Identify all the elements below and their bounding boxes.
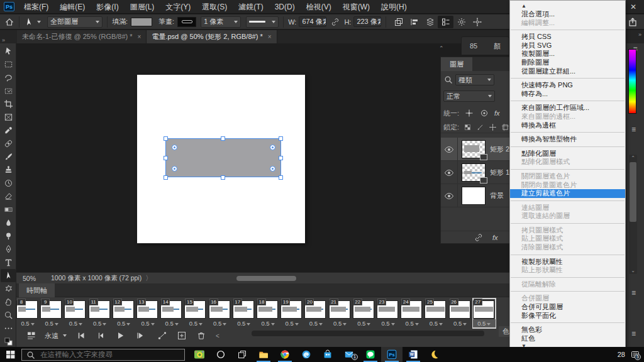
context-menu-item-19[interactable]: 點陣化圖層: [510, 150, 625, 158]
chrome[interactable]: [274, 347, 296, 362]
animation-frame-20[interactable]: 200.5: [304, 299, 327, 328]
menu-6[interactable]: 選取(S): [196, 3, 233, 11]
menu-11[interactable]: 說明(H): [375, 3, 413, 11]
layers-panel-scrollbar[interactable]: ⌃ ⌄: [629, 155, 637, 274]
animation-frame-9[interactable]: 90.5: [40, 299, 63, 328]
context-menu-item-1[interactable]: 混合選項...: [510, 10, 625, 19]
hue-slider[interactable]: [628, 49, 636, 114]
gear-icon[interactable]: [453, 16, 469, 28]
animation-frame-19[interactable]: 190.5: [280, 299, 303, 328]
context-menu-item-13[interactable]: 來自圖層的工作區域...: [510, 104, 625, 112]
search-input[interactable]: [39, 350, 177, 359]
frame-duration[interactable]: 0.5: [160, 319, 183, 327]
object-selection-tool[interactable]: [1, 84, 16, 97]
lock-pixels-icon[interactable]: [472, 123, 484, 132]
shape-tool[interactable]: [1, 282, 16, 295]
timeline-collapse-arrow[interactable]: <: [216, 332, 219, 339]
context-menu-item-43[interactable]: 紅色: [510, 334, 625, 343]
filter-type-dropdown[interactable]: 種類: [455, 74, 494, 85]
move-tool[interactable]: [1, 45, 16, 58]
dodge-tool[interactable]: [1, 229, 16, 243]
healing-brush-tool[interactable]: [1, 137, 16, 150]
frame-duration[interactable]: 0.5: [257, 319, 279, 327]
stroke-color-swatch[interactable]: [177, 17, 196, 27]
pen-tool[interactable]: [1, 243, 16, 256]
zoom-level[interactable]: 50%: [23, 275, 36, 282]
menu-2[interactable]: 編輯(E): [54, 3, 91, 11]
blend-mode-dropdown[interactable]: 正常: [443, 90, 495, 102]
timeline-menu-icon[interactable]: ≡: [631, 288, 636, 297]
frame-duration[interactable]: 0.5: [89, 319, 111, 327]
context-menu-item-7[interactable]: 刪除圖層: [510, 58, 625, 67]
task-view-button[interactable]: [231, 347, 253, 362]
menu-7[interactable]: 濾鏡(T): [233, 3, 269, 11]
frame-duration[interactable]: 0.5: [209, 319, 231, 327]
move-tool-preset-icon[interactable]: [24, 17, 34, 27]
transform-handle[interactable]: [221, 175, 225, 180]
widget[interactable]: [189, 347, 210, 362]
corner-radius-handle[interactable]: [172, 145, 177, 150]
color-panel-tab[interactable]: 顏: [494, 41, 501, 51]
word[interactable]: W: [402, 347, 424, 362]
crop-tool[interactable]: [1, 97, 16, 111]
lock-position-icon[interactable]: [484, 123, 497, 132]
frame-duration[interactable]: 0.5: [233, 319, 255, 327]
align-icon[interactable]: [406, 16, 422, 28]
panel-menu-icon[interactable]: ≡: [631, 125, 636, 134]
frame-duration[interactable]: 0.5: [353, 319, 375, 327]
menu-9[interactable]: 檢視(V): [301, 3, 337, 11]
shape-operations-icon[interactable]: [391, 16, 406, 28]
width-field[interactable]: 674 像素: [299, 16, 326, 27]
animation-frame-24[interactable]: 240.5: [401, 299, 423, 328]
frame-duration[interactable]: 0.5: [113, 319, 135, 327]
panel-collapse-chevrons[interactable]: »: [638, 31, 641, 38]
frame-layout-icon[interactable]: [23, 329, 39, 342]
layer-thumbnail[interactable]: [462, 187, 486, 205]
context-menu-item-39[interactable]: 合併可見圖層: [510, 303, 625, 312]
menu-10[interactable]: 視窗(W): [337, 3, 375, 11]
animation-frame-14[interactable]: 140.5: [160, 299, 183, 328]
layer-visibility-eye-icon[interactable]: [441, 161, 458, 184]
transform-handle[interactable]: [279, 136, 283, 141]
transform-handle[interactable]: [279, 156, 283, 160]
document-tab-1[interactable]: 未命名-1-已修復 @ 25% (RGB/8#) *×: [17, 30, 147, 43]
transform-controls-icon[interactable]: [469, 16, 485, 28]
type-tool[interactable]: [1, 256, 16, 269]
layer-visibility-eye-icon[interactable]: [441, 138, 458, 161]
edge[interactable]: [296, 347, 317, 362]
layers-panel-tab[interactable]: 圖層: [441, 57, 472, 71]
select-scope-dropdown[interactable]: 全部圖層: [47, 16, 103, 28]
menu-scroll-arrow[interactable]: ▲: [510, 3, 625, 10]
animation-frame-11[interactable]: 110.5: [89, 299, 111, 328]
context-menu-item-8[interactable]: 從圖層建立群組...: [510, 67, 625, 76]
edit-toolbar[interactable]: [1, 322, 16, 335]
night-light[interactable]: [424, 347, 445, 362]
frame-duration[interactable]: 0.5: [473, 319, 496, 327]
context-menu-item-5[interactable]: 拷貝 SVG: [510, 41, 625, 50]
animation-frame-18[interactable]: 180.5: [257, 299, 279, 328]
context-menu-item-6[interactable]: 複製圖層...: [510, 50, 625, 58]
lasso-tool[interactable]: [1, 71, 16, 84]
scroll-up-arrow[interactable]: ⌃: [629, 155, 637, 161]
menu-8[interactable]: 3D(D): [269, 3, 301, 11]
animation-frame-22[interactable]: 220.5: [353, 299, 375, 328]
tab-close-icon[interactable]: ×: [138, 33, 142, 40]
tween-icon[interactable]: [154, 329, 170, 342]
selected-shape-rectangle[interactable]: [165, 138, 281, 177]
layer-thumbnail[interactable]: [462, 140, 486, 158]
scroll-down-arrow[interactable]: ⌄: [629, 268, 637, 273]
unify-visibility-icon[interactable]: [479, 108, 489, 118]
transform-handle[interactable]: [164, 136, 168, 141]
lock-artboard-icon[interactable]: [497, 123, 509, 132]
frame-duration[interactable]: 0.5: [280, 319, 303, 327]
history-brush-tool[interactable]: [1, 177, 16, 190]
zoom-tool[interactable]: [1, 309, 16, 322]
weather-temperature[interactable]: 28: [618, 351, 625, 358]
photoshop[interactable]: Ps: [381, 347, 402, 362]
new-frame-button[interactable]: [174, 329, 189, 342]
constraint-options-icon[interactable]: [438, 16, 453, 28]
arrange-icon[interactable]: [422, 16, 438, 28]
animation-frame-21[interactable]: 210.5: [329, 299, 352, 328]
menu-3[interactable]: 影像(I): [91, 3, 124, 11]
document-tab-2[interactable]: 電量.psd @ 50% (矩形 2, RGB/8#) *×: [147, 30, 277, 43]
